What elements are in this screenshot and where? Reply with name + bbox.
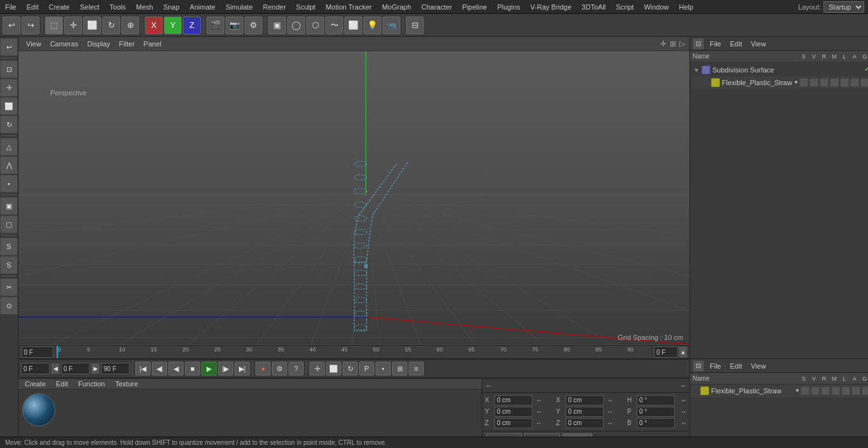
menu-mesh[interactable]: Mesh — [131, 2, 158, 12]
sidebar-live-select[interactable]: ⊡ — [0, 60, 18, 78]
play-back-button[interactable]: ◀ — [168, 362, 184, 376]
light-button[interactable]: 💡 — [363, 17, 381, 34]
obj-toolbar-icon[interactable]: ⊡ — [693, 38, 704, 50]
transport-frame-current[interactable] — [61, 363, 90, 374]
skip-to-start-button[interactable]: |◀ — [135, 362, 151, 376]
menu-file[interactable]: File — [0, 2, 22, 12]
scale-tool-button[interactable]: ⬜ — [83, 17, 101, 34]
stop-button[interactable]: ■ — [185, 362, 200, 376]
obj-row-straw[interactable]: Flexible_Plastic_Straw ● — [691, 76, 868, 89]
menu-animate[interactable]: Animate — [185, 2, 220, 12]
attr-tag-2[interactable] — [811, 386, 820, 395]
menu-3dtoall[interactable]: 3DToAll — [576, 2, 611, 12]
menu-character[interactable]: Character — [416, 2, 457, 12]
step-forward-button[interactable]: |▶ — [218, 362, 233, 376]
sidebar-box[interactable]: ▣ — [0, 197, 18, 215]
sidebar-brush[interactable]: ⊙ — [0, 297, 18, 315]
menu-select[interactable]: Select — [75, 2, 105, 12]
skip-to-end-button[interactable]: ▶| — [234, 362, 250, 376]
attr-tag-7[interactable] — [862, 386, 868, 395]
cube-button[interactable]: ▣ — [268, 17, 286, 34]
mat-menu-create[interactable]: Create — [22, 379, 48, 389]
transport-frame-start[interactable] — [21, 363, 50, 374]
obj-expand-subdivision[interactable]: ▼ — [693, 67, 700, 74]
viewport-move-icon[interactable]: ✛ — [660, 39, 667, 49]
mat-menu-function[interactable]: Function — [76, 379, 107, 389]
attr-tag-dot[interactable]: ● — [796, 386, 799, 395]
menu-render[interactable]: Render — [258, 2, 291, 12]
menu-vray[interactable]: V-Ray Bridge — [526, 2, 577, 12]
sidebar-lasso[interactable]: S — [0, 238, 18, 255]
attr-tag-3[interactable] — [821, 386, 830, 395]
z-axis-button[interactable]: Z — [183, 17, 201, 34]
straw-tag-dot[interactable]: ● — [794, 78, 798, 87]
menu-help[interactable]: Help — [674, 2, 699, 12]
h-input[interactable] — [637, 395, 675, 405]
render-settings-button[interactable]: ⚙ — [245, 17, 262, 34]
viewport-canvas[interactable]: Perspective — [18, 51, 689, 345]
transport-frame-end[interactable] — [101, 363, 130, 374]
sidebar-move[interactable]: ✛ — [0, 79, 18, 97]
record-button[interactable]: ● — [255, 362, 271, 376]
z-position-input[interactable] — [494, 418, 532, 428]
menu-tools[interactable]: Tools — [104, 2, 131, 12]
dopesheet-button[interactable]: ≡ — [409, 362, 424, 376]
straw-tag-3[interactable] — [820, 78, 829, 87]
y-position-input[interactable] — [494, 407, 532, 417]
viewport-menu-display[interactable]: Display — [83, 39, 114, 49]
viewport-render-icon[interactable]: ▷ — [679, 39, 686, 49]
straw-tag-1[interactable] — [799, 78, 808, 87]
spline-button[interactable]: 〜 — [325, 17, 343, 34]
obj-menu-file[interactable]: File — [707, 39, 724, 49]
tag-check[interactable]: ✓ — [864, 65, 868, 74]
p-input[interactable] — [637, 407, 675, 417]
obj-row-subdivision[interactable]: ▼ Subdivision Surface ✓ — [691, 64, 868, 76]
sidebar-scale[interactable]: ⬜ — [0, 97, 18, 115]
y-axis-button[interactable]: Y — [164, 17, 182, 34]
transport-arrow-right[interactable]: ▶ — [91, 363, 100, 374]
camera-button[interactable]: 📹 — [383, 17, 400, 34]
viewport-zoom-icon[interactable]: ⊞ — [669, 39, 677, 49]
x2-input[interactable] — [566, 395, 604, 405]
timeline-area[interactable]: 0 5 10 15 20 25 30 35 40 45 50 55 60 65 … — [18, 345, 689, 359]
select-tool-button[interactable]: ⬚ — [45, 17, 63, 34]
sidebar-box2[interactable]: ▢ — [0, 215, 18, 233]
floor-button[interactable]: ⊟ — [406, 17, 424, 34]
menu-pipeline[interactable]: Pipeline — [457, 2, 492, 12]
sidebar-knife[interactable]: ✂ — [0, 278, 18, 296]
straw-tag-6[interactable] — [850, 78, 859, 87]
transport-arrow-left[interactable]: ◀ — [51, 363, 60, 374]
attr-toolbar-icon[interactable]: ⊡ — [693, 360, 704, 372]
param-key-button[interactable]: P — [359, 362, 374, 376]
sidebar-point[interactable]: • — [0, 175, 18, 193]
straw-tag-2[interactable] — [810, 78, 818, 87]
render-to-picture-button[interactable]: 📷 — [226, 17, 243, 34]
menu-script[interactable]: Script — [611, 2, 639, 12]
menu-sculpt[interactable]: Sculpt — [291, 2, 321, 12]
menu-create[interactable]: Create — [44, 2, 75, 12]
sidebar-polygon[interactable]: △ — [0, 138, 18, 156]
sphere-button[interactable]: ◯ — [287, 17, 305, 34]
obj-menu-edit[interactable]: Edit — [727, 39, 745, 49]
x-position-input[interactable] — [494, 395, 532, 405]
attr-tag-1[interactable] — [801, 386, 810, 395]
menu-plugins[interactable]: Plugins — [492, 2, 525, 12]
rotate-tool-button[interactable]: ↻ — [102, 17, 120, 34]
b-input[interactable] — [637, 418, 675, 428]
z2-input[interactable] — [566, 418, 604, 428]
attr-menu-view[interactable]: View — [748, 361, 770, 371]
mat-menu-texture[interactable]: Texture — [112, 379, 140, 389]
viewport-menu-cameras[interactable]: Cameras — [46, 39, 83, 49]
play-forward-button[interactable]: ▶ — [201, 362, 217, 376]
menu-snap[interactable]: Snap — [158, 2, 185, 12]
obj-menu-view[interactable]: View — [748, 39, 770, 49]
redo-button[interactable]: ↪ — [22, 17, 39, 34]
undo-button[interactable]: ↩ — [3, 17, 20, 34]
menu-mograph[interactable]: MoGraph — [377, 2, 416, 12]
viewport-menu-view[interactable]: View — [22, 39, 45, 49]
menu-window[interactable]: Window — [639, 2, 674, 12]
mat-menu-edit[interactable]: Edit — [53, 379, 71, 389]
x-axis-button[interactable]: X — [145, 17, 163, 34]
transform-tool-button[interactable]: ⊕ — [121, 17, 139, 34]
move-tool-button[interactable]: ✛ — [64, 17, 82, 34]
